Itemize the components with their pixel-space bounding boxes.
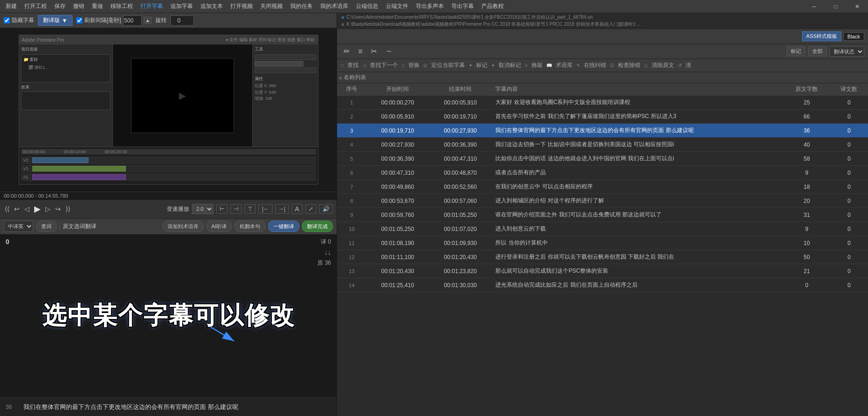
menu-item-export-subtitle[interactable]: 导出字幕 (448, 1, 478, 11)
align-right-button[interactable]: ⊤ (244, 204, 256, 214)
machine-translate-button[interactable]: 机翻本句 (235, 221, 265, 232)
step-back-button[interactable]: ↩ (13, 204, 21, 214)
table-row[interactable]: 300:00:19,71000:00:27,930我们在整体官网的最下方点击下更… (337, 124, 868, 138)
step-forward-button[interactable]: ↪ (54, 204, 62, 214)
menu-item-cloud-file[interactable]: 云端文件 (382, 1, 412, 11)
translate-version-button[interactable]: 翻译版 ▼ (38, 15, 73, 26)
cell-content: 首先在学习软件之前 我们先了解下蓬庙坡我们这里的简称PSC 所以进入3 (492, 110, 783, 124)
minimize-button[interactable]: ─ (803, 0, 825, 13)
expand-button[interactable]: ⤢ (305, 204, 316, 214)
hide-subtitle-checkbox[interactable] (4, 17, 10, 23)
locate-current-action[interactable]: 定位当前字幕 (431, 61, 465, 69)
trans-status-select[interactable]: 翻译状态 (830, 46, 864, 57)
close-button[interactable]: ✕ (846, 0, 868, 13)
ass-style-button[interactable]: ASS样式模板 (802, 31, 841, 41)
table-row[interactable]: 1200:01:11,10000:01:20,430进行登录和注册之后 你就可以… (337, 250, 868, 264)
cell-end: 00:00:47,310 (429, 152, 492, 166)
mark-button[interactable]: 标记 (787, 46, 805, 56)
wave-icon-button[interactable]: ～ (383, 45, 396, 57)
table-row[interactable]: 500:00:36,39000:00:47,310比如你点击中国的话 这边的他就… (337, 152, 868, 166)
one-click-translate-button[interactable]: 一键翻译 (268, 221, 299, 232)
check-error-action[interactable]: 检查除错 (618, 61, 640, 69)
black-button[interactable]: Black (843, 32, 864, 41)
subtitle-display-area: 0 选中某个字幕可以修改 译 0 ↓↓ 原 36 (0, 234, 337, 398)
col-header-content: 字幕内容 (492, 83, 783, 96)
find-action[interactable]: 查找 (347, 61, 359, 69)
table-row[interactable]: 600:00:47,31000:00:48,870或者点击所有的产品90 (337, 166, 868, 180)
add-term-button[interactable]: 添加到术语库 (162, 221, 204, 232)
prev-frame-button[interactable]: ◁ (23, 204, 30, 214)
menu-item-export-multi[interactable]: 导出多声本 (412, 1, 448, 11)
play-button[interactable]: ▶ (33, 203, 42, 215)
rotate-input[interactable] (170, 15, 194, 26)
table-row[interactable]: 400:00:27,93000:00:36,390我们这边去切换一下 比如说中国… (337, 138, 868, 152)
speed-select[interactable]: 2.0 1.0 1.5 3.0 (192, 204, 213, 214)
ponder-action[interactable]: 推敲 (531, 61, 543, 69)
cut-icon-button[interactable]: ✂ (368, 46, 380, 57)
cell-orig-chars: 25 (783, 96, 830, 110)
font-size-button[interactable]: A (292, 204, 302, 214)
menu-item-open-video[interactable]: 打开视频 (227, 1, 257, 11)
subtitle-table-container[interactable]: 序号 开始时间 结束时间 字幕内容 原文字数 译文数 100:00:00,270… (337, 83, 868, 416)
menu-item-new[interactable]: 新建 (2, 1, 21, 11)
refresh-interval-input[interactable] (123, 15, 142, 26)
clear-action[interactable]: 清 (685, 61, 691, 69)
menu-item-append-text[interactable]: 追加文本 (197, 1, 227, 11)
clear-original-action[interactable]: 清除原文 (652, 61, 674, 69)
volume-button[interactable]: 🔊 (319, 204, 333, 214)
term-library-action[interactable]: 术语库 (556, 61, 573, 69)
table-row[interactable]: 1100:01:08,19000:01:09,930所以 当你的计算机中100 (337, 236, 868, 250)
premiere-project-panel: 项目面板 📁 素材 🎬 课时1... 效果 (19, 45, 113, 147)
menu-item-undo[interactable]: 撤销 (69, 1, 88, 11)
refresh-increment-button[interactable]: ▲ (144, 17, 152, 24)
unmark-action[interactable]: 取消标记 (499, 61, 521, 69)
cell-start: 00:00:19,710 (366, 124, 429, 138)
menu-item-my-tasks[interactable]: 我的任务 (287, 1, 316, 11)
menu-item-open-project[interactable]: 打开工程 (21, 1, 51, 11)
table-row[interactable]: 700:00:49,86000:00:52,560在我们的创意云中 可以点击相应… (337, 180, 868, 194)
table-row[interactable]: 900:00:59,76000:01:05,250谁在官网的介绍页面之外 我们可… (337, 208, 868, 222)
cell-orig-chars: 21 (783, 264, 830, 278)
menu-item-redo[interactable]: 重做 (88, 1, 107, 11)
table-row[interactable]: 100:00:00,27000:00:05,910大家好 欢迎收看跑鸟圈C系列中… (337, 96, 868, 110)
fast-forward-button[interactable]: ⟩⟩ (65, 204, 71, 214)
menu-item-product-tutorial[interactable]: 产品教程 (478, 1, 508, 11)
list-icon-button[interactable]: ≡ (355, 46, 365, 57)
rewind-button[interactable]: ⟨⟨ (4, 204, 10, 214)
online-correct-action[interactable]: 在线纠错 (584, 61, 606, 69)
table-row[interactable]: 1300:01:20,43000:01:23,820那么就可以自动完成我们这个P… (337, 264, 868, 278)
table-row[interactable]: 200:00:05,91000:00:19,710首先在学习软件之前 我们先了解… (337, 110, 868, 124)
ai-listen-button[interactable]: AI听译 (206, 221, 232, 232)
mark-action[interactable]: 标记 (476, 61, 487, 69)
table-row[interactable]: 800:00:53,67000:00:57,060进入到相城区的介绍 对这个程序… (337, 194, 868, 208)
edit-icon-button[interactable]: ✏ (341, 46, 353, 57)
complete-translate-button[interactable]: 翻译完成 (302, 221, 333, 232)
all-button[interactable]: 全部 (808, 46, 827, 56)
menu-item-open-subtitle[interactable]: 打开字幕 (137, 1, 167, 11)
refresh-interval-checkbox[interactable] (76, 17, 82, 23)
table-row[interactable]: 1000:01:05,25000:01:07,020进入到创意云的下载90 (337, 222, 868, 236)
menu-item-append-subtitle[interactable]: 追加字幕 (167, 1, 197, 11)
align-left-button[interactable]: ⊢ (216, 204, 228, 214)
menu-item-save[interactable]: 保存 (51, 1, 69, 11)
cell-start: 00:00:00,270 (366, 96, 429, 110)
language-select[interactable]: 中译英 中译日 中译韩 (4, 221, 33, 232)
menu-item-cloud-info[interactable]: 云端信息 (352, 1, 382, 11)
menu-item-close-video[interactable]: 关闭视频 (257, 1, 287, 11)
find-next-action[interactable]: 查找下一个 (370, 61, 398, 69)
menu-item-remove-project[interactable]: 移除工程 (107, 1, 137, 11)
align-end-button[interactable]: →| (275, 204, 289, 214)
maximize-button[interactable]: □ (825, 0, 846, 13)
cell-trans-chars: 0 (830, 166, 868, 180)
col-header-start: 开始时间 (366, 83, 429, 96)
refresh-interval-label: 刷新间隔[毫秒] (84, 16, 121, 24)
cell-start: 00:01:05,250 (366, 222, 429, 236)
next-frame-button[interactable]: ▷ (44, 204, 51, 214)
replace-action[interactable]: 替换 (408, 61, 419, 69)
align-center-button[interactable]: ⊣ (230, 204, 242, 214)
cell-orig-chars: 36 (783, 124, 830, 138)
align-stretch-button[interactable]: |← (258, 204, 272, 214)
table-row[interactable]: 1400:01:25,41000:01:30,030进光系统自动完成比如应之后 … (337, 278, 868, 292)
query-word-button[interactable]: 查词 (36, 221, 57, 232)
menu-item-my-terms[interactable]: 我的术语库 (316, 1, 352, 11)
